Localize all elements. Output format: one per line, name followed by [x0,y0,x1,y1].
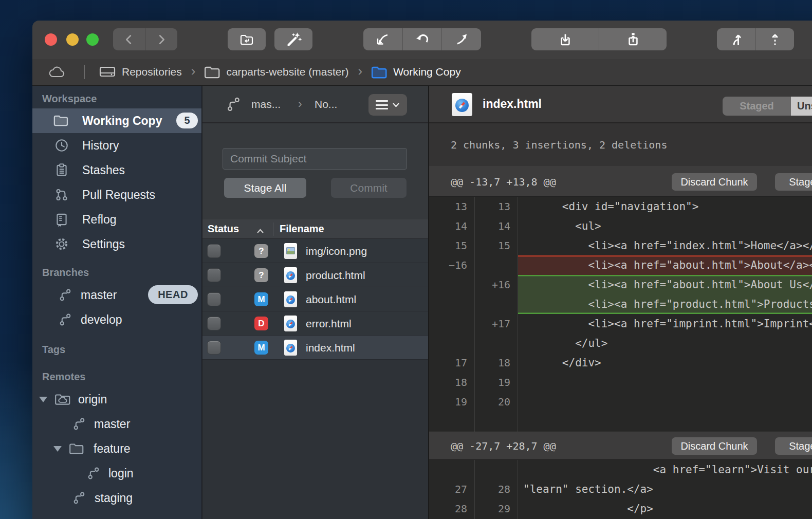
folder-blue-icon [371,64,388,80]
undo-icon [414,31,431,48]
new-line-number [474,333,518,353]
pull-request-icon [54,187,69,205]
open-repository-button[interactable] [228,28,266,50]
push-out-button[interactable] [441,28,481,50]
html-file-icon [452,93,472,116]
sync-actions-group [717,28,794,50]
stash-actions-group [531,28,667,50]
stage-all-button[interactable]: Stage All [224,178,306,198]
breadcrumb-current[interactable]: Working Copy [393,66,461,78]
file-row[interactable]: ? img/icon.png [202,239,428,263]
diff-row: +17 <li><a href="imprint.html">Imprint</… [429,314,812,333]
branch-icon [226,86,242,122]
stage-chunk-button[interactable]: Stage Chunk [775,437,812,455]
minimize-icon[interactable] [66,33,79,46]
view-options-dropdown[interactable] [368,94,407,116]
column-divider [273,223,273,236]
stash-button[interactable] [531,28,599,50]
discard-chunk-button[interactable]: Discard Chunk [672,173,757,191]
commit-subject-input[interactable] [223,148,407,170]
old-line-number: 17 [429,353,474,373]
push-button[interactable] [755,28,795,50]
branch-path-to[interactable]: No... [315,86,337,122]
file-name: product.html [306,263,365,287]
file-row[interactable]: ? product.html [202,263,428,287]
code-line: </div> [518,353,812,373]
file-name: img/icon.png [306,239,367,263]
file-checkbox[interactable] [208,293,220,306]
sidebar-item-reflog[interactable]: Reflog [32,207,201,232]
diff-stats-bar: 2 chunks, 3 insertions, 2 deletions [429,123,812,167]
sidebar-item-pull-requests[interactable]: Pull Requests [32,182,201,207]
sidebar-item-settings[interactable]: Settings [32,232,201,256]
chunk-range: @@ -13,7 +13,8 @@ [451,167,556,196]
sidebar-branch-master[interactable]: master HEAD [32,283,201,307]
sidebar-item-history[interactable]: History [32,133,201,158]
new-line-number: 13 [474,197,518,216]
undo-button[interactable] [402,28,442,50]
stage-chunk-button[interactable]: Stage Chunk [775,173,812,191]
new-line-number: 15 [474,236,518,255]
branch-icon [58,312,73,329]
status-column-header[interactable]: Status [208,219,239,238]
quick-actions-button[interactable] [274,28,312,50]
back-button[interactable] [113,28,145,50]
file-row[interactable]: M index.html [202,336,428,360]
sidebar-remote-staging[interactable]: staging [32,486,201,510]
breadcrumb: Repositories › carparts-website (master)… [32,59,812,86]
sort-ascending-icon[interactable] [256,225,265,237]
branch-path-from[interactable]: mas... [251,86,281,122]
unstash-button[interactable] [599,28,667,50]
old-line-number [429,294,474,314]
close-icon[interactable] [45,33,57,46]
diff-row: 18 19 [429,373,812,392]
forward-button[interactable] [145,28,177,50]
disclosure-triangle-icon[interactable] [53,446,62,452]
sidebar-remote-feature-login[interactable]: login [32,461,201,486]
cloud-icon[interactable] [48,64,66,80]
code-line: <li><a href="imprint.html">Imprint</a></… [518,314,812,333]
file-checkbox[interactable] [208,341,220,354]
code-line: "learn" section.</a> [518,479,812,499]
file-checkbox[interactable] [208,269,220,282]
filename-column-header[interactable]: Filename [280,219,324,238]
old-line-number [429,460,474,479]
diff-rows: <a href="learn">Visit our 27 28 "learn" … [429,460,812,519]
sidebar-remote-origin[interactable]: origin [32,387,201,412]
unstaged-tab[interactable]: Unstaged [791,97,812,116]
sidebar-remote-feature[interactable]: feature [32,436,201,461]
sidebar-item-label: Stashes [82,158,125,182]
chevron-right-icon: › [358,63,362,79]
staged-tab[interactable]: Staged [723,97,791,116]
zoom-icon[interactable] [86,33,99,46]
sidebar-item-working-copy[interactable]: Working Copy 5 [32,108,201,133]
sidebar-remote-origin-master[interactable]: master [32,412,201,436]
pull-button[interactable] [363,28,402,50]
code-line: <div id="navigation"> [518,197,812,216]
code-line [518,373,812,392]
merge-button[interactable] [717,28,755,50]
new-line-number: 14 [474,216,518,236]
chunk-range: @@ -27,7 +28,7 @@ [451,432,556,459]
code-line: <li><a href="about.html">About Us</a></l… [518,275,812,294]
sidebar-branch-develop[interactable]: develop [32,307,201,332]
code-line: <li><a href="about.html">About</a></li> [518,255,812,275]
branches-section-label: Branches [42,267,89,279]
file-row[interactable]: D error.html [202,311,428,336]
history-nav-group [113,28,177,50]
remote-folder-icon [54,392,71,409]
sidebar-item-stashes[interactable]: Stashes [32,158,201,182]
file-checkbox[interactable] [208,317,220,330]
breadcrumb-repositories[interactable]: Repositories [122,66,182,78]
commit-button[interactable]: Commit [331,178,407,198]
code-line: <ul> [518,216,812,236]
file-row[interactable]: M about.html [202,287,428,311]
head-badge: HEAD [148,285,198,304]
disclosure-triangle-icon[interactable] [39,397,47,402]
commit-panel: mas... › No... Stage All Commit Status F… [202,86,428,519]
breadcrumb-repo[interactable]: carparts-website (master) [226,66,348,78]
file-list: ? img/icon.png ? product.html M about.ht… [202,239,428,519]
discard-chunk-button[interactable]: Discard Chunk [672,437,757,455]
old-line-number: 18 [429,373,474,392]
file-checkbox[interactable] [208,245,220,257]
